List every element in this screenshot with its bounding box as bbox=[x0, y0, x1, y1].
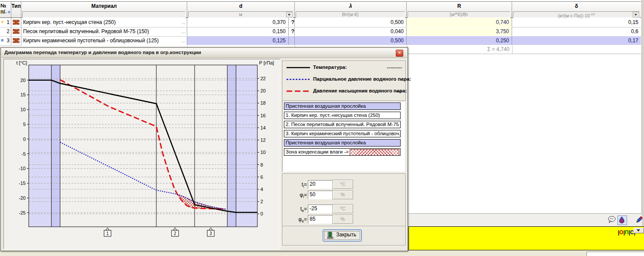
diagram-dialog: Диаграмма перепада температур и давления… bbox=[0, 47, 408, 251]
svg-text:22: 22 bbox=[260, 76, 266, 81]
more-button[interactable]: ... bbox=[182, 36, 185, 45]
table-row[interactable]: ☀1Кирпич кер. пуст.-несущая стена (250).… bbox=[0, 18, 641, 27]
svg-text:8: 8 bbox=[260, 162, 263, 167]
header-d-label: d bbox=[187, 3, 294, 9]
svg-text:10: 10 bbox=[20, 107, 26, 112]
type-cell bbox=[11, 27, 21, 36]
humidity-e-input[interactable]: 85 bbox=[308, 215, 334, 224]
close-dialog-button[interactable]: Закрыть bbox=[323, 229, 362, 242]
input-label: φi= bbox=[283, 192, 307, 199]
legend-label: Парциальное давление водяного пара: bbox=[313, 76, 411, 82]
lambda-unit-box: Вт/(м·К) bbox=[296, 11, 405, 18]
delta-cell[interactable]: 0,15 bbox=[512, 18, 641, 27]
svg-text:P [гПа]: P [гПа] bbox=[259, 60, 274, 65]
dialog-close-icon[interactable]: ✕ bbox=[396, 50, 403, 57]
unit-button: % bbox=[332, 215, 353, 224]
header-r: R (м²*К)/Вт bbox=[407, 2, 512, 18]
header-type-label: Тип bbox=[11, 3, 21, 9]
svg-text:3: 3 bbox=[209, 231, 212, 236]
table-row[interactable]: ❄3Кирпич керамический пустотелый - облиц… bbox=[0, 36, 641, 46]
lambda-unit-label: Вт/(м·К) bbox=[342, 12, 358, 17]
svg-text:2: 2 bbox=[174, 231, 176, 236]
material-cell[interactable]: Кирпич керамический пустотелый - облицов… bbox=[21, 36, 187, 45]
input-row: ti=20°C bbox=[283, 180, 405, 189]
d-unit-label: м bbox=[239, 12, 242, 17]
temperature-i-input[interactable]: 20 bbox=[308, 180, 334, 189]
arrow-icon: → bbox=[3, 10, 7, 14]
d-unit-dropdown[interactable] bbox=[286, 12, 293, 17]
input-row: te=-25°C bbox=[283, 205, 405, 213]
svg-text:4: 4 bbox=[260, 187, 263, 192]
header-delta: δ (кг/(м·с·Па))·10-10 bbox=[512, 2, 641, 18]
brick-icon bbox=[13, 29, 20, 34]
delta-unit-box: (кг/(м·с·Па))·10-10 bbox=[513, 11, 640, 18]
more-button[interactable]: ... bbox=[182, 27, 185, 36]
legend-row: Парциальное давление водяного пара:- bbox=[286, 76, 403, 83]
legend-line-sample bbox=[286, 66, 310, 69]
materials-table: № п/ ☀→❄ Тип Материал d м λ Вт/(м·К) R (… bbox=[0, 1, 641, 54]
d-cell[interactable]: 0,125? bbox=[187, 36, 289, 45]
delta-unit-dropdown[interactable] bbox=[633, 12, 639, 17]
humidity-i-input[interactable]: 50 bbox=[308, 191, 334, 199]
layer-item[interactable]: Пристенная воздушная прослойка bbox=[284, 102, 401, 110]
input-label: te= bbox=[283, 206, 307, 213]
snow-icon: ❄ bbox=[0, 36, 4, 45]
legend-line-sample bbox=[286, 89, 310, 93]
layer-item[interactable]: 1. Кирпич кер. пуст.-несущая стена (250) bbox=[284, 112, 401, 119]
app-screen: № п/ ☀→❄ Тип Материал d м λ Вт/(м·К) R (… bbox=[0, 0, 644, 256]
dialog-titlebar[interactable]: Диаграмма перепада температур и давления… bbox=[2, 48, 407, 58]
legend-row: Температура:--------- bbox=[286, 65, 403, 72]
temperature-e-input[interactable]: -25 bbox=[308, 205, 334, 213]
snowflake-icon: ❄ bbox=[7, 10, 11, 14]
lambda-cell[interactable]: 0,040 bbox=[295, 27, 407, 36]
svg-text:-10: -10 bbox=[19, 166, 26, 171]
row-number: 2 bbox=[0, 27, 11, 36]
opc-char: О bbox=[619, 229, 623, 236]
pen-icon[interactable] bbox=[635, 215, 644, 224]
header-num-icons: ☀→❄ bbox=[0, 10, 11, 14]
diagram-chart: 20151050-5-10-15-20-25222018161412108642… bbox=[4, 60, 279, 248]
drop-icon[interactable] bbox=[617, 215, 627, 225]
d-unit-box: м bbox=[188, 11, 293, 18]
opc-indicator: |О|П|С| bbox=[618, 229, 635, 236]
legend-linestyle-text: ---- bbox=[395, 88, 402, 93]
more-button[interactable]: ... bbox=[182, 18, 185, 27]
layer-item[interactable]: Пристенная воздушная прослойка bbox=[284, 139, 401, 147]
svg-text:12: 12 bbox=[260, 137, 266, 143]
svg-text:-25: -25 bbox=[19, 210, 26, 215]
delta-cell[interactable]: 0,6 bbox=[512, 27, 641, 36]
q-gap bbox=[289, 27, 295, 36]
d-cell[interactable]: 0,150? bbox=[187, 27, 289, 36]
header-r-label: R bbox=[407, 3, 512, 9]
brick-icon bbox=[13, 38, 20, 43]
svg-text:5: 5 bbox=[23, 122, 26, 127]
legend-linestyle-text: --------- bbox=[387, 65, 402, 70]
lambda-cell[interactable]: 0,500 bbox=[295, 36, 407, 45]
layer-item[interactable]: 2. Песок перлитовый вспученный. Рядовой … bbox=[284, 121, 401, 128]
lambda-cell[interactable]: 0,500 bbox=[295, 18, 407, 27]
chart-panel: 20151050-5-10-15-20-25222018161412108642… bbox=[3, 59, 280, 249]
opc-dropdown-button[interactable] bbox=[634, 228, 644, 233]
svg-text:-20: -20 bbox=[19, 195, 26, 201]
sun-icon: ☀ bbox=[0, 10, 3, 14]
delta-unit-label: (кг/(м·с·Па))·10 bbox=[558, 13, 590, 18]
svg-text:1: 1 bbox=[106, 231, 109, 236]
d-cell[interactable]: 0,370? bbox=[187, 18, 289, 27]
header-d: d м bbox=[187, 2, 295, 18]
r-unit-box: (м²*К)/Вт bbox=[408, 11, 510, 18]
legend-label: Давление насыщения водяного пара: bbox=[313, 88, 407, 93]
layer-item[interactable]: 3. Кирпич керамический пустотелый - обли… bbox=[284, 130, 401, 137]
delta-unit-sup: -10 bbox=[590, 12, 595, 16]
row-number: ☀1 bbox=[0, 18, 11, 27]
table-row[interactable]: 2Песок перлитовый вспученный. Рядовой М-… bbox=[0, 27, 641, 37]
layer-item[interactable]: Зона конденсации влаги -> bbox=[284, 148, 401, 156]
input-label: ti= bbox=[283, 181, 307, 188]
delta-cell[interactable]: 0,17 bbox=[512, 36, 641, 45]
material-cell[interactable]: Кирпич кер. пуст.-несущая стена (250)... bbox=[21, 18, 187, 27]
comment-chart-icon[interactable] bbox=[607, 215, 616, 224]
r-cell: 3,750 bbox=[407, 27, 512, 36]
header-num: № п/ ☀→❄ bbox=[0, 2, 11, 18]
svg-text:14: 14 bbox=[260, 125, 266, 130]
svg-text:-5: -5 bbox=[21, 151, 26, 157]
material-cell[interactable]: Песок перлитовый вспученный. Рядовой М-7… bbox=[21, 27, 187, 36]
